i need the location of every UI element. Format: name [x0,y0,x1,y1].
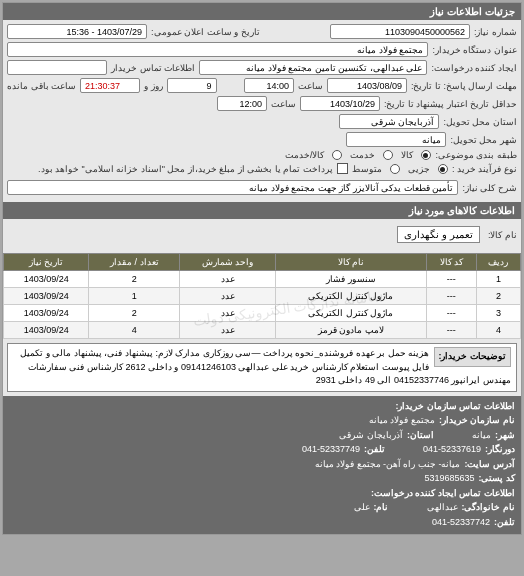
table-cell: --- [426,271,476,288]
city-val: میانه [472,429,491,443]
deadline-time-field: 14:00 [244,78,294,93]
radio-service2-label: خدمت [350,150,375,160]
remaining-time-field: 21:30:37 [80,78,140,93]
validity-time-field: 12:00 [217,96,267,111]
table-cell: 1403/09/24 [4,288,89,305]
org-label: نام سازمان خریدار: [439,414,515,428]
radio-service2[interactable] [383,150,393,160]
treasury-checkbox[interactable] [337,163,348,174]
radio-low[interactable] [438,164,448,174]
firstname-val: علی [354,501,370,515]
table-row: 4---لامپ مادون قرمزعدد41403/09/24 [4,322,521,339]
radio-goods[interactable] [421,150,431,160]
table-cell: عدد [180,288,276,305]
fax-label: دورنگار: [485,443,515,457]
radio-mid-label: متوسط [352,164,382,174]
notes-label: توضیحات خریدار: [434,347,512,367]
public-announce-label: تاریخ و ساعت اعلان عمومی: [151,27,260,37]
phone-label: تلفن: [494,516,515,530]
delivery-city-label: شهر محل تحویل: [450,135,517,145]
delivery-city-field: میانه [346,132,446,147]
goods-name-label: نام کالا: [488,230,517,240]
phone-val: 041-52337742 [432,516,490,530]
radio-service-label: کالا/خدمت [285,150,325,160]
mid-note-label: پرداخت تمام یا بخشی از مبلغ خرید،از محل … [38,164,333,174]
city-label: شهر: [495,429,515,443]
request-number-label: شماره نیاز: [474,27,517,37]
province-label: استان: [407,429,434,443]
requester-label: ایجاد کننده درخواست: [431,63,517,73]
table-cell: ماژول کنترل الکتریکی [276,288,427,305]
need-summary-label: شرح کلی نیاز: [462,183,517,193]
time-label-1: ساعت [298,81,323,91]
goods-name-field: تعمیر و نگهداری [397,226,480,243]
table-cell: سنسور فشار [276,271,427,288]
table-cell: --- [426,288,476,305]
days-label: روز و [144,81,163,91]
table-cell: عدد [180,271,276,288]
validity-label: حداقل تاریخ اعتبار پیشنهاد تا تاریخ: [384,99,517,109]
org-val: مجتمع فولاد میانه [369,414,435,428]
panel-title: جزئیات اطلاعات نیاز [3,3,521,20]
lastname-label: نام خانوادگی: [462,501,516,515]
table-cell: --- [426,322,476,339]
table-cell: 1 [89,288,180,305]
delivery-province-field: آذربایجان شرقی [339,114,439,129]
firstname-label: نام: [374,501,389,515]
radio-mid[interactable] [390,164,400,174]
time-label-2: ساعت [271,99,296,109]
requester-field: علی عبدالهی، تکنسین تامین مجتمع فولاد می… [199,60,427,75]
deadline-start-label: مهلت ارسال پاسخ: تا تاریخ: [411,81,517,91]
table-cell: 4 [476,322,520,339]
tel-label: تلفن: [364,443,385,457]
table-cell: 1403/09/24 [4,305,89,322]
buy-type-label: نوع فرآیند خرید : [452,164,517,174]
remaining-label: ساعت باقی مانده [7,81,76,91]
table-cell: ماژول کنترل الکتریکی [276,305,427,322]
buyer-apparatus-field: مجتمع فولاد میانه [7,42,428,57]
postcode-val: 5319685635 [424,472,474,486]
validity-date-field: 1403/10/29 [300,96,380,111]
th-code: کد کالا [426,254,476,271]
footer-header: اطلاعات تماس سازمان خریدار: [396,400,516,414]
goods-table: ردیف کد کالا نام کالا واحد شمارش تعداد /… [3,253,521,339]
table-cell: 4 [89,322,180,339]
th-unit: واحد شمارش [180,254,276,271]
creator-contact-label: اطلاعات تماس ایجاد کننده درخواست: [371,487,515,501]
delivery-province-label: استان محل تحویل: [443,117,517,127]
table-row: 1---سنسور فشارعدد21403/09/24 [4,271,521,288]
table-cell: 2 [89,305,180,322]
footer-block: اطلاعات تماس سازمان خریدار: نام سازمان خ… [3,396,521,535]
need-summary-field: تأمین قطعات یدکی آنالایزر گاز جهت مجتمع … [7,180,458,195]
table-cell: عدد [180,305,276,322]
goods-section-header: اطلاعات کالاهای مورد نیاز [3,202,521,219]
th-date: تاریخ نیاز [4,254,89,271]
buyer-contact-label: اطلاعات تماس خریدار [111,63,195,73]
table-cell: --- [426,305,476,322]
tel-val: 041-52337749 [302,443,360,457]
table-cell: لامپ مادون قرمز [276,322,427,339]
table-cell: 1403/09/24 [4,322,89,339]
table-cell: عدد [180,322,276,339]
address-val: میانه- جنب راه آهن- مجتمع فولاد میانه [315,458,461,472]
th-name: نام کالا [276,254,427,271]
province-val: آذربایجان شرقی [339,429,403,443]
radio-goods-label: کالا [401,150,413,160]
table-cell: 3 [476,305,520,322]
table-cell: 1 [476,271,520,288]
budget-class-label: طبقه بندی موضوعی: [435,150,517,160]
address-label: آدرس سایت: [465,458,516,472]
th-row: ردیف [476,254,520,271]
fax-val: 041-52337619 [423,443,481,457]
th-qty: تعداد / مقدار [89,254,180,271]
buyer-notes: توضیحات خریدار: هزینه حمل بر عهده فروشند… [7,343,517,392]
lastname-val: عبدالهی [427,501,458,515]
table-cell: 1403/09/24 [4,271,89,288]
buyer-contact-field [7,60,107,75]
radio-service[interactable] [332,150,342,160]
radio-low-label: جزیی [408,164,430,174]
buyer-apparatus-label: عنوان دستگاه خریدار: [432,45,517,55]
postcode-label: کد پستی: [479,472,516,486]
public-announce-field: 1403/07/29 - 15:36 [7,24,147,39]
request-number-field: 1103090450000562 [330,24,470,39]
